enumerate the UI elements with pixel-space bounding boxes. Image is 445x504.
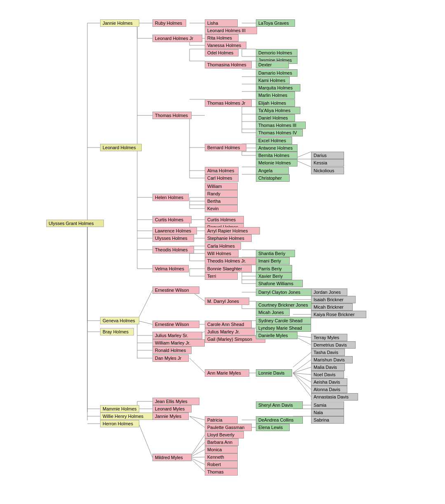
node-odel: Odel Holmes	[205, 49, 239, 56]
node-bernita: Bernita Holmes	[256, 152, 297, 159]
node-helen_holmes: Helen Holmes	[152, 194, 189, 201]
node-imani: Imani Beriy	[256, 257, 290, 265]
node-tasha: Tasha Davis	[311, 349, 345, 356]
node-marquita: Marquita Holmes	[256, 84, 300, 91]
node-darryl_jones: Darryl Clayton Jones	[256, 288, 314, 296]
node-carl: Carl Holmes	[205, 174, 239, 182]
node-sydney: Sydney Carole Shead	[256, 317, 311, 324]
node-jordan: Jordan Jones	[311, 288, 347, 296]
node-william: William	[205, 183, 238, 190]
node-kevin: Kevin	[205, 205, 238, 212]
svg-line-120	[293, 360, 311, 373]
svg-line-91	[137, 321, 152, 324]
node-dan_myles: Dan Myles Jr	[152, 354, 189, 362]
node-marishun: Marishun Davis	[311, 356, 353, 363]
node-isaiah: Isaiah Brickner	[311, 296, 356, 303]
node-curtis_holmes: Curtis Holmes	[152, 216, 192, 223]
node-sheryl_ann: Sheryl Ann Davis	[256, 401, 303, 409]
node-nickolious: Nickolious	[311, 167, 344, 174]
node-arryl: Arryl Rapier Holmes	[205, 227, 260, 234]
node-ulysses_holmes: Ulysses Holmes	[152, 234, 194, 242]
node-willie_henry: Willie Henry Holmes	[100, 413, 155, 420]
node-malia: Malia Davis	[311, 363, 345, 371]
svg-line-116	[137, 420, 152, 457]
node-will: Will Holmes	[205, 250, 239, 257]
node-ronald_holmes: Ronald Holmes	[152, 347, 192, 354]
node-samia: Samia	[311, 401, 344, 409]
node-lonnie_davis: Lonnie Davis	[256, 369, 292, 377]
node-daniel: Daniel Holmes	[256, 114, 295, 122]
node-shafone: Shafone Williams	[256, 280, 303, 287]
node-julius_jr: Julius Marley Jr.	[205, 328, 255, 335]
svg-line-121	[293, 367, 311, 373]
node-marlin: Marlin Holmes	[256, 91, 295, 99]
svg-line-122	[293, 373, 311, 375]
node-sabrina: Sabrina	[311, 416, 344, 424]
node-noel: Noel Davis	[311, 371, 344, 378]
node-bernard: Bernard Holmes	[205, 144, 246, 151]
node-velma_holmes: Velma Holmes	[152, 265, 189, 272]
node-micah_b: Micah Brickner	[311, 303, 353, 311]
node-thomas_m: Thomas	[205, 468, 238, 476]
svg-line-124	[293, 373, 311, 389]
node-carla: Carla Holmes	[205, 242, 241, 250]
svg-line-129	[190, 416, 205, 420]
node-leonard_holmes: Leonard Holmes	[100, 144, 142, 151]
node-leonard_myles: Leonard Myles	[152, 405, 192, 413]
node-thomas_holmes: Thomas Holmes	[152, 112, 192, 119]
node-micah_jones: Micah Jones	[256, 309, 290, 316]
node-thomas_iv: Thomas Holmes IV	[256, 129, 303, 136]
svg-line-137	[190, 457, 205, 464]
node-elijah: Elijah Holmes	[256, 99, 295, 107]
node-terri: Terri	[205, 272, 238, 280]
node-patricia: Patricia	[205, 416, 238, 424]
node-xavier: Xavier Beriy	[256, 272, 292, 280]
node-robert: Robert	[205, 461, 238, 468]
node-kenneth: Kenneth	[205, 453, 238, 461]
node-kaiya: Kaiya Rose Brickner	[311, 311, 366, 318]
node-christopher: Christopher	[256, 174, 290, 182]
svg-line-125	[293, 373, 311, 397]
node-lyndsey: Lyndsey Marie Shead	[256, 324, 311, 332]
node-ann_marie: Ann Marie Myles	[205, 369, 249, 377]
node-ernestine_w2: Ernestine Wilson	[152, 321, 199, 328]
node-paulette: Paulette Gassman	[205, 424, 252, 431]
svg-line-90	[137, 290, 152, 321]
node-theodis_holmes: Theodis Holmes	[152, 246, 194, 253]
node-alma: Alma Holmes	[205, 167, 239, 174]
tree-container: Ulysses Grant HolmesJannie HolmesRuby Ho…	[0, 0, 445, 504]
node-ulysses: Ulysses Grant Holmes	[46, 220, 104, 227]
svg-line-134	[190, 442, 205, 457]
node-dexter: Dexter	[256, 61, 289, 68]
svg-line-130	[190, 416, 205, 427]
node-mammie_holmes: Mammie Holmes	[100, 405, 139, 413]
node-geneva_holmes: Geneva Holmes	[100, 317, 139, 324]
node-ernestine_w: Ernestine Wilson	[152, 286, 199, 294]
svg-line-117	[190, 358, 205, 373]
node-mildred_myles: Mildred Myles	[152, 454, 192, 461]
svg-line-119	[293, 352, 311, 367]
node-leonard_jr: Leonard Holmes Jr	[152, 35, 202, 42]
node-alonna: Alonna Davis	[311, 386, 347, 393]
node-stephanie: Stephanie Holmes	[205, 234, 252, 242]
node-curtis_h: Curtis Holmes	[205, 216, 244, 223]
node-jannie_myles: Jannie Myles	[152, 413, 189, 420]
node-deandrea: DeAndrea Collins	[256, 416, 303, 424]
node-nala: Nala	[311, 409, 344, 416]
node-theodis_jr: Theodis Holmes Jr.	[205, 257, 257, 265]
node-bonnie: Bonnie Slaeghter	[205, 265, 252, 272]
node-taaliya: Ta'Aliya Holmes	[256, 107, 300, 114]
node-antwone: Antwone Holmes	[256, 144, 297, 152]
node-latoya: LaToya Graves	[256, 19, 295, 27]
node-angela: Angela	[256, 167, 289, 174]
node-vanessa: Vanessa Holmes	[205, 42, 246, 49]
node-carole_ann: Carole Ann Shead	[205, 321, 252, 328]
svg-line-136	[190, 457, 205, 457]
node-thomas_iii: Thomas Holmes III	[256, 122, 306, 129]
node-shantia: Shantia Beriy	[256, 250, 295, 257]
node-demetrius: Demetrius Davis	[311, 341, 356, 349]
node-kessia: Kessia	[311, 159, 344, 166]
node-bertha: Bertha	[205, 197, 238, 205]
node-danielle_myles: Danielle Myles	[256, 332, 297, 339]
svg-line-123	[293, 373, 311, 382]
